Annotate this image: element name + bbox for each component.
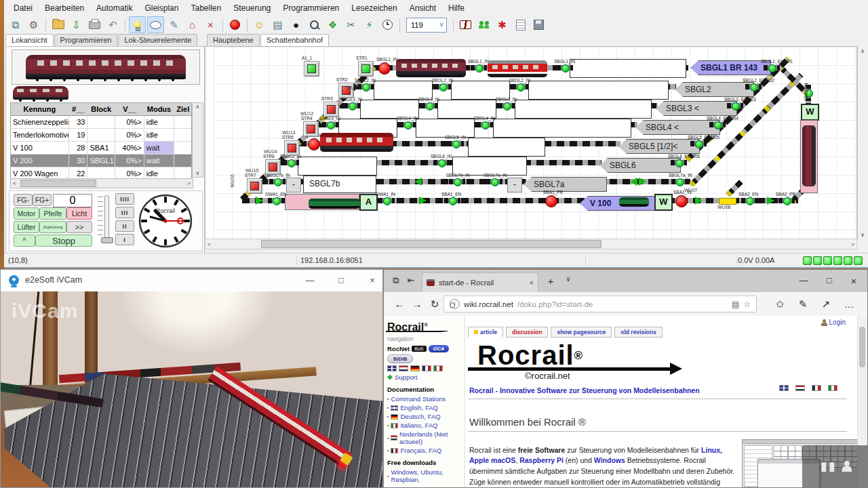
back-icon[interactable]: ← <box>392 297 407 312</box>
plan-sensor-SBGL4_IN[interactable]: SBGL4_IN <box>399 122 416 127</box>
plan-signal-SBGL1_IN[interactable]: SBGL1_IN <box>378 62 391 75</box>
wiki-tab-old-revisions[interactable]: old revisions <box>614 327 662 338</box>
console-icon[interactable] <box>147 16 164 33</box>
share-icon[interactable]: ↗ <box>818 297 833 312</box>
menu-item-lesezeichen[interactable]: Lesezeichen <box>346 1 402 15</box>
plan-button-STR3[interactable]: STR3 <box>323 102 339 117</box>
plan-sensor-SBGL2_EWU02[interactable]: SBGL2_EWU02 <box>745 84 762 89</box>
plan-block[interactable] <box>493 119 631 138</box>
plan-button-STR6[interactable]: STR6 <box>265 159 281 175</box>
notes-icon[interactable] <box>512 16 529 33</box>
maximize-button[interactable]: □ <box>334 274 348 287</box>
plan-sensor-SBGL3_IN[interactable]: SBGL3_IN <box>498 103 515 108</box>
smiley-icon[interactable]: ☺ <box>251 16 268 33</box>
page-scroll-thumb[interactable] <box>859 327 865 367</box>
plan-sensor-SBGL2_IN[interactable]: SBGL2_IN <box>512 84 528 89</box>
backup-icon[interactable] <box>530 16 547 33</box>
plan-sensor-SBGL6_IN[interactable]: SBGL6_IN <box>283 160 299 165</box>
plan-sensor-SBGL5_EWU05[interactable]: SBGL5_EWU05 <box>690 141 707 146</box>
menu-item-ansicht[interactable]: Ansicht <box>404 1 441 15</box>
plan-minus-button[interactable]: - <box>507 178 522 192</box>
workspace-icon[interactable]: ⧉ <box>7 16 24 33</box>
tab-programmieren[interactable]: Programmieren <box>54 34 118 46</box>
address-bar[interactable]: i wiki.rocrail.net/doku.php?id=start-de … <box>443 296 757 312</box>
plan-sensor-GWA1_EN[interactable]: GWA1_EN <box>268 198 284 203</box>
plan-block[interactable] <box>528 81 669 100</box>
pause-icon[interactable]: ▮▮ <box>821 459 837 474</box>
speed-step-button-IIII[interactable]: IIII <box>115 193 134 205</box>
plan-blocklabel-SBGL6[interactable]: SBGL6 <box>599 158 681 173</box>
plan-sensor-SBGL1_IN[interactable]: SBGL1_IN <box>471 65 487 70</box>
tab-close-icon[interactable]: × <box>530 279 534 287</box>
loco-table-vscrollbar[interactable]: ∧∨ <box>192 102 203 178</box>
luefter-button[interactable]: Lüfter <box>14 221 39 233</box>
menu-item-programmieren[interactable]: Programmieren <box>278 1 345 15</box>
table-row[interactable]: Tenderlokomotive190%>idle <box>11 129 191 142</box>
plan-sensor-SBGL5_IN[interactable]: SBGL5_IN <box>448 141 464 146</box>
rocnet-badge[interactable]: BuS <box>412 346 426 352</box>
doc-link[interactable]: English, FAQ <box>400 404 437 411</box>
flag-fr[interactable] <box>422 365 431 371</box>
users-icon[interactable] <box>475 16 492 33</box>
plan-direction-arrow[interactable] <box>256 197 263 205</box>
wiki-tab-show-pagesource[interactable]: show pagesource <box>551 327 612 338</box>
search-icon[interactable] <box>306 16 323 33</box>
plan-block[interactable] <box>468 138 545 157</box>
new-tab-button[interactable]: + <box>544 275 557 287</box>
plan-signal-SBA1_IN[interactable]: SBA1_IN <box>675 195 688 207</box>
cam-view-icon[interactable]: ▤ <box>269 16 286 33</box>
plan-sensor-SBA2_PR[interactable]: SBA2_PR <box>778 198 795 203</box>
plan-block[interactable] <box>570 59 686 78</box>
plan-blocklabel-SBGL4 <[interactable]: SBGL4 < <box>635 120 720 135</box>
alert-icon[interactable]: ✱ <box>494 16 511 33</box>
browser-tab[interactable]: start-de - Rocrail × <box>422 272 538 292</box>
plan-button-STR1[interactable]: STR1 <box>358 61 374 77</box>
flag-it[interactable] <box>828 385 837 391</box>
direction-button[interactable]: ^ <box>14 235 35 247</box>
plan-sensor-SBA1_EN[interactable]: SBA1_EN <box>444 198 460 203</box>
edit-mode-icon[interactable]: ✎ <box>165 16 182 33</box>
tab-preview-icon[interactable]: ⧉ <box>389 275 403 287</box>
plan-loco-image[interactable] <box>309 199 360 209</box>
doc-link[interactable]: Deutsch, FAQ <box>400 413 440 420</box>
tagline-flags[interactable] <box>779 385 837 391</box>
plan-direction-arrow[interactable] <box>639 178 646 186</box>
login-link[interactable]: Login <box>821 319 846 326</box>
plan-loco-image[interactable] <box>396 59 466 77</box>
plan-sensor-SBGL6_EWU06[interactable]: SBGL6_EWU06 <box>671 160 687 165</box>
video-player-overlay[interactable]: ▮▮ <box>802 445 867 487</box>
set-aside-icon[interactable]: ⇤ <box>404 275 418 287</box>
flag-de[interactable] <box>410 365 420 371</box>
forward-icon[interactable]: → <box>410 297 425 312</box>
flag-nl[interactable] <box>795 385 805 391</box>
reading-view-icon[interactable]: ▤ <box>732 300 739 309</box>
menu-item-datei[interactable]: Datei <box>8 1 38 15</box>
table-row[interactable]: V 10028SBA140%>wait <box>11 142 191 155</box>
plan-direction-arrow[interactable] <box>419 197 427 205</box>
menu-item-automatik[interactable]: Automatik <box>91 1 138 15</box>
close-button[interactable]: × <box>366 274 379 287</box>
flag-gb[interactable] <box>779 385 789 391</box>
power-plug-icon[interactable]: ⚡ <box>361 16 378 33</box>
fg-plus-button[interactable]: FG+ <box>33 194 52 206</box>
licht-button[interactable]: Licht <box>66 207 92 220</box>
gca-badge[interactable]: GCA <box>429 345 450 352</box>
tab-schattenbahnhof[interactable]: Schattenbahnhof <box>260 34 329 46</box>
plan-sensor-SBGL2_IN[interactable]: SBGL2_IN <box>357 84 374 89</box>
plan-block[interactable] <box>298 157 377 176</box>
menu-item-bearbeiten[interactable]: Bearbeiten <box>39 1 90 15</box>
plan-sensor-SBGL7b_IN[interactable]: SBGL7b_IN <box>269 179 285 184</box>
hscroll-thumb[interactable] <box>20 180 96 187</box>
maximize-button[interactable]: □ <box>823 275 836 287</box>
plan-minus-button[interactable]: - <box>286 178 301 192</box>
undo-icon[interactable]: ↶ <box>104 16 121 33</box>
table-row[interactable]: Schienenzeppelin330%>idle <box>11 116 191 129</box>
plan-loco-image[interactable] <box>320 133 393 152</box>
more-icon[interactable]: … <box>842 297 856 312</box>
plan-loco-image[interactable] <box>619 197 649 207</box>
doc-link[interactable]: Nederlands (Niet actueel) <box>399 430 461 445</box>
speed-step-button-III[interactable]: III <box>115 207 134 218</box>
support-link[interactable]: Support <box>395 373 417 381</box>
slider-knob[interactable] <box>101 237 113 243</box>
plan-button-A1_1[interactable]: A1_1 <box>304 61 319 77</box>
